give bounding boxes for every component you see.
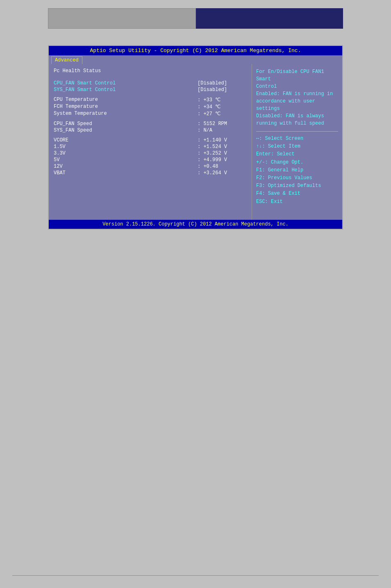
list-item[interactable]: CPU_FAN Smart Control [Disabled] — [54, 80, 247, 86]
help-line5: Disabled: FAN is always — [256, 113, 324, 119]
cpu-fan-speed-value: : 5152 RPM — [198, 121, 247, 127]
list-item: 12V : +0.48 — [54, 164, 247, 169]
key-save-exit: F4: Save & Exit — [256, 190, 338, 198]
list-item: SYS_FAN Speed : N/A — [54, 128, 247, 133]
list-item: VBAT : +3.264 V — [54, 170, 247, 176]
v12-value: : +0.48 — [198, 164, 247, 169]
help-divider — [256, 131, 338, 132]
page-wrapper: Aptio Setup Utility - Copyright (C) 2012… — [0, 0, 391, 588]
list-item: 1.5V : +1.524 V — [54, 144, 247, 150]
cpu-fan-speed-label: CPU_FAN Speed — [54, 121, 92, 127]
list-item: CPU_FAN Speed : 5152 RPM — [54, 121, 247, 127]
key-enter-select: Enter: Select — [256, 150, 338, 158]
v15-label: 1.5V — [54, 144, 66, 150]
sys-fan-speed-value: : N/A — [198, 128, 247, 133]
vcore-value: : +1.140 V — [198, 137, 247, 143]
help-description: For En/Disable CPU FAN1 Smart Control En… — [256, 68, 338, 127]
list-item: System Temperature : +27 ℃ — [54, 111, 247, 117]
key-help-section: ↔: Select Screen ↑↓: Select Item Enter: … — [256, 135, 338, 206]
bios-footer: Version 2.15.1226. Copyright (C) 2012 Am… — [49, 220, 342, 229]
list-item: CPU Temperature : +33 ℃ — [54, 97, 247, 103]
top-bar-left — [48, 8, 196, 29]
bios-container: Aptio Setup Utility - Copyright (C) 2012… — [48, 45, 343, 230]
top-bar-right — [196, 8, 343, 29]
help-line6: running with full speed — [256, 121, 324, 126]
sys-fan-speed-label: SYS_FAN Speed — [54, 128, 92, 133]
vbat-label: VBAT — [54, 170, 66, 176]
fch-temp-label: FCH Temperature — [54, 104, 98, 110]
vcore-label: VCORE — [54, 137, 68, 143]
fch-temp-value: : +34 ℃ — [198, 104, 247, 110]
v12-label: 12V — [54, 164, 63, 169]
list-item: 5V : +4.999 V — [54, 157, 247, 163]
v33-value: : +3.252 V — [198, 150, 247, 156]
bottom-divider — [12, 575, 379, 576]
sys-temp-label: System Temperature — [54, 111, 107, 117]
bios-left-panel: Pc Health Status CPU_FAN Smart Control [… — [49, 64, 252, 220]
v5-label: 5V — [54, 157, 59, 163]
bios-tabs: Advanced — [49, 55, 342, 64]
v5-value: : +4.999 V — [198, 157, 247, 163]
help-line1: For En/Disable CPU FAN1 Smart — [256, 69, 324, 82]
cpu-temp-label: CPU Temperature — [54, 97, 98, 103]
v33-label: 3.3V — [54, 150, 66, 156]
key-change-opt: +/-: Change Opt. — [256, 159, 338, 166]
top-bar-area — [0, 0, 391, 33]
list-item: FCH Temperature : +34 ℃ — [54, 104, 247, 110]
v15-value: : +1.524 V — [198, 144, 247, 150]
cpu-temp-value: : +33 ℃ — [198, 97, 247, 103]
help-line2: Control — [256, 84, 277, 89]
key-prev-values: F2: Previous Values — [256, 174, 338, 182]
list-item: VCORE : +1.140 V — [54, 137, 247, 143]
sys-temp-value: : +27 ℃ — [198, 111, 247, 117]
key-general-help: F1: General Help — [256, 166, 338, 174]
key-select-screen: ↔: Select Screen — [256, 135, 338, 143]
bios-main: Pc Health Status CPU_FAN Smart Control [… — [49, 64, 342, 220]
sys-fan-smart-label: SYS_FAN Smart Control — [54, 87, 116, 93]
key-select-item: ↑↓: Select Item — [256, 143, 338, 150]
cpu-fan-smart-value: [Disabled] — [198, 80, 247, 86]
list-item: 3.3V : +3.252 V — [54, 150, 247, 156]
footer-version: Version 2.15.1226. Copyright (C) 2012 Am… — [102, 221, 289, 227]
bios-right-panel: For En/Disable CPU FAN1 Smart Control En… — [252, 64, 342, 220]
list-item[interactable]: SYS_FAN Smart Control [Disabled] — [54, 87, 247, 93]
key-esc-exit: ESC: Exit — [256, 198, 338, 206]
sys-fan-smart-value: [Disabled] — [198, 87, 247, 93]
vbat-value: : +3.264 V — [198, 170, 247, 176]
tab-advanced[interactable]: Advanced — [51, 56, 82, 64]
help-line3: Enabled: FAN is running in — [256, 91, 333, 97]
help-line4: accordance with user settings — [256, 98, 315, 112]
section-title: Pc Health Status — [54, 68, 247, 74]
bios-title: Aptio Setup Utility - Copyright (C) 2012… — [90, 48, 301, 54]
bios-title-bar: Aptio Setup Utility - Copyright (C) 2012… — [49, 46, 342, 55]
key-opt-defaults: F3: Optimized Defaults — [256, 182, 338, 190]
cpu-fan-smart-label: CPU_FAN Smart Control — [54, 80, 116, 86]
